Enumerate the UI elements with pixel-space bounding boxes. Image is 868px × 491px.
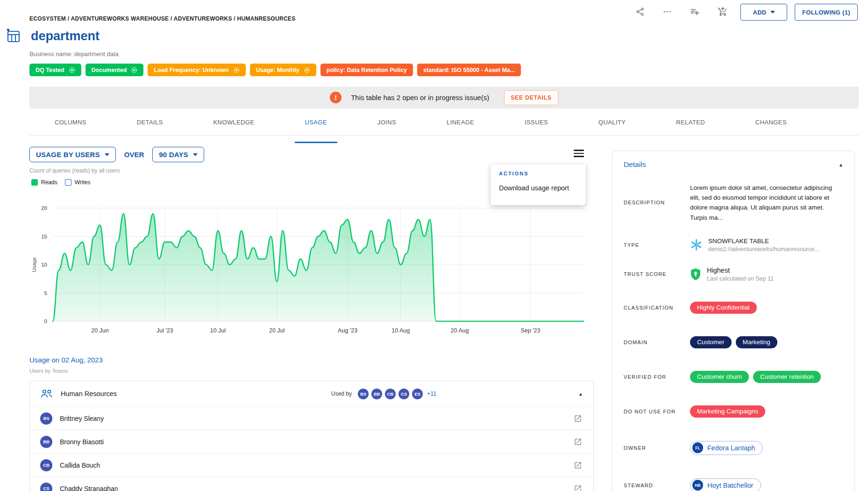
propagated-icon [131, 67, 137, 73]
do-not-use-for-label: DO NOT USE FOR [624, 409, 690, 414]
chart-legend: Reads Writes [31, 179, 90, 186]
usage-area-chart: 0510152020 JunJul '2310 Jul20 JulAug '23… [29, 202, 590, 338]
share-icon[interactable] [635, 7, 645, 16]
avatar[interactable]: BB [371, 388, 383, 400]
owner-pill[interactable]: FL Fedora Lantaph [690, 441, 763, 455]
tab-quality[interactable]: QUALITY [597, 116, 627, 135]
legend-reads[interactable]: Reads [31, 179, 57, 186]
badge-row: DQ Tested Documented Load Frequency: Unk… [29, 64, 521, 76]
avatar[interactable]: CS [398, 388, 410, 400]
collapse-icon[interactable]: ▲ [839, 162, 843, 167]
avatar: HB [692, 480, 703, 491]
issues-alert-bar: ! This table has 2 open or in progress i… [29, 87, 859, 108]
svg-text:Sep '23: Sep '23 [520, 327, 540, 334]
tab-issues[interactable]: ISSUES [523, 116, 550, 135]
badge-policy[interactable]: policy: Data Retention Policy [320, 64, 413, 76]
usage-metric-label: USAGE BY USERS [36, 151, 100, 159]
tab-columns[interactable]: COLUMNS [53, 116, 88, 135]
trust-score-note: Last calculated on Sep 11 [707, 275, 774, 282]
badge-documented[interactable]: Documented [85, 64, 144, 76]
badge-standard[interactable]: standard: ISO 55000 - Asset Ma... [417, 64, 521, 76]
time-range-label: 90 DAYS [159, 151, 188, 159]
usage-date-subheading: Users by Teams [29, 368, 68, 374]
badge-label: Load Frequency: Unknown [154, 67, 228, 73]
badge-load-frequency[interactable]: Load Frequency: Unknown [148, 64, 245, 76]
classification-tag[interactable]: Highly Confidential [690, 302, 757, 314]
more-options-icon[interactable] [662, 7, 672, 16]
tab-details[interactable]: DETAILS [135, 116, 165, 135]
badge-dq-tested[interactable]: DQ Tested [29, 64, 81, 76]
avatar: FL [692, 442, 703, 453]
avatar[interactable]: CB [384, 388, 396, 400]
chart-menu-icon[interactable] [574, 150, 584, 158]
warning-icon: ! [330, 92, 342, 103]
tab-related[interactable]: RELATED [674, 116, 707, 135]
avatar[interactable]: BS [357, 388, 369, 400]
domain-tag[interactable]: Customer [690, 336, 732, 348]
open-in-new-icon[interactable] [574, 484, 582, 491]
add-to-cart-icon[interactable] [718, 7, 728, 17]
team-header[interactable]: Human Resources Used by BS BB CB CS ES +… [30, 381, 593, 406]
team-icon [40, 389, 53, 399]
member-name: Bronny Biasotti [60, 438, 104, 446]
badge-label: Documented [92, 67, 127, 73]
owner-name: Fedora Lantaph [707, 444, 755, 452]
tab-usage[interactable]: USAGE [303, 116, 329, 135]
open-in-new-icon[interactable] [574, 414, 582, 423]
over-label: OVER [124, 151, 144, 159]
asset-type-name: SNOWFLAKE TABLE [708, 238, 819, 245]
following-button[interactable]: FOLLOWING (1) [795, 4, 858, 21]
member-row[interactable]: BS Brittney Sleany [30, 406, 593, 430]
type-label: TYPE [624, 242, 690, 248]
tab-knowledge[interactable]: KNOWLEDGE [212, 116, 256, 135]
tab-changes[interactable]: CHANGES [754, 116, 789, 135]
avatar[interactable]: ES [412, 388, 423, 400]
steward-label: STEWARD [624, 483, 690, 488]
collapse-icon[interactable]: ▲ [578, 391, 583, 397]
usage-chart-area: 0510152020 JunJul '2310 Jul20 JulAug '23… [29, 202, 590, 338]
writes-checkbox[interactable] [65, 179, 71, 186]
time-range-dropdown[interactable]: 90 DAYS [152, 147, 204, 162]
tab-bar: COLUMNS DETAILS KNOWLEDGE USAGE JOINS LI… [29, 116, 859, 136]
asset-type-path: demo2://adventureworks/humanresource... [708, 246, 819, 253]
tab-lineage[interactable]: LINEAGE [445, 116, 476, 135]
description-text: Lorem ipsum dolor sit amet, consectetur … [690, 183, 835, 223]
breadcrumb[interactable]: ECOSYSTEM / ADVENTUREWORKS WAREHOUSE / A… [29, 15, 295, 22]
member-row[interactable]: CS Chaddy Stranaghan [30, 477, 593, 491]
member-row[interactable]: BB Bronny Biasotti [30, 430, 593, 453]
member-row[interactable]: CB Callida Bouch [30, 453, 593, 477]
do-not-use-for-tag[interactable]: Marketing Campaigns [690, 405, 765, 418]
svg-text:Usage: Usage [31, 257, 37, 272]
open-in-new-icon[interactable] [574, 461, 582, 469]
badge-usage-monthly[interactable]: Usage: Monthly [250, 64, 316, 76]
steward-pill[interactable]: HB Hoyt Batchellor [690, 478, 761, 491]
open-in-new-icon[interactable] [574, 438, 582, 446]
trust-shield-icon [690, 268, 701, 281]
playlist-add-icon[interactable] [690, 7, 700, 17]
verified-for-tag[interactable]: Customer retention [753, 371, 821, 383]
svg-text:10 Aug: 10 Aug [391, 327, 410, 334]
svg-text:20 Jul: 20 Jul [269, 327, 285, 334]
propagated-icon [69, 67, 75, 73]
download-usage-report-item[interactable]: Download usage report [499, 184, 577, 192]
title-row: department [6, 28, 100, 44]
usage-metric-dropdown[interactable]: USAGE BY USERS [29, 147, 116, 162]
tab-joins[interactable]: JOINS [376, 116, 398, 135]
actions-menu: ACTIONS Download usage report [491, 164, 586, 205]
svg-text:20: 20 [41, 205, 47, 211]
more-users-count[interactable]: +11 [427, 390, 436, 397]
legend-writes[interactable]: Writes [65, 179, 91, 186]
page-title: department [31, 29, 100, 43]
svg-text:10: 10 [41, 262, 47, 267]
verified-for-tag[interactable]: Customer churn [690, 371, 749, 383]
header-actions [635, 7, 728, 17]
badge-label: DQ Tested [36, 67, 64, 73]
see-details-button[interactable]: SEE DETAILS [504, 90, 558, 105]
details-panel: Details ▲ DESCRIPTION Lorem ipsum dolor … [612, 151, 855, 491]
svg-text:Jul '23: Jul '23 [157, 327, 173, 334]
usage-date-heading[interactable]: Usage on 02 Aug, 2023 [29, 356, 103, 364]
domain-tag[interactable]: Marketing [736, 336, 777, 348]
add-button[interactable]: ADD [740, 4, 787, 21]
svg-text:15: 15 [41, 234, 47, 239]
badge-label: policy: Data Retention Policy [327, 67, 407, 73]
